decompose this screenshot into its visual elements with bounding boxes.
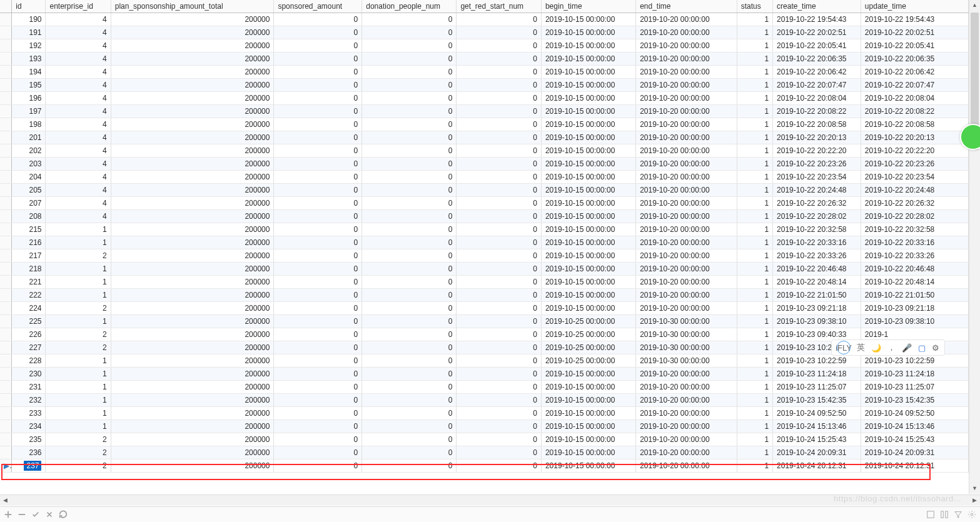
- cell-update_time[interactable]: 2019-10-22 20:23:26: [861, 158, 968, 171]
- row-gutter[interactable]: [0, 79, 12, 92]
- col-plan_sponsorship_amount_total[interactable]: plan_sponsonship_amount_total: [111, 0, 274, 13]
- cell-sponsored_amount[interactable]: 0: [274, 263, 362, 276]
- cell-plan_sponsorship_amount_total[interactable]: 200000: [111, 381, 274, 394]
- cell-sponsored_amount[interactable]: 0: [274, 144, 362, 158]
- row-gutter[interactable]: [0, 381, 12, 394]
- cell-end_time[interactable]: 2019-10-20 00:00:00: [636, 26, 737, 39]
- cell-begin_time[interactable]: 2019-10-15 00:00:00: [541, 158, 635, 171]
- cell-enterprise_id[interactable]: 2: [46, 341, 111, 354]
- cell-enterprise_id[interactable]: 1: [46, 381, 111, 394]
- cell-status[interactable]: 1: [737, 328, 772, 341]
- add-row-icon[interactable]: [4, 510, 13, 519]
- cell-id[interactable]: 193: [12, 53, 46, 66]
- cell-create_time[interactable]: 2019-10-22 20:46:48: [773, 263, 861, 276]
- cell-create_time[interactable]: 2019-10-23 10:22:59: [773, 354, 861, 368]
- cell-donation_people_num[interactable]: 0: [362, 79, 457, 92]
- cell-begin_time[interactable]: 2019-10-15 00:00:00: [541, 210, 635, 223]
- cell-donation_people_num[interactable]: 0: [362, 118, 457, 131]
- cell-enterprise_id[interactable]: 1: [46, 223, 111, 236]
- cell-begin_time[interactable]: 2019-10-15 00:00:00: [541, 184, 635, 197]
- cell-id[interactable]: 196: [12, 92, 46, 105]
- cell-end_time[interactable]: 2019-10-20 00:00:00: [636, 420, 737, 433]
- table-row[interactable]: 23622000000002019-10-15 00:00:002019-10-…: [0, 446, 969, 459]
- cell-end_time[interactable]: 2019-10-20 00:00:00: [636, 53, 737, 66]
- cell-sponsored_amount[interactable]: 0: [274, 381, 362, 394]
- cell-donation_people_num[interactable]: 0: [362, 459, 457, 473]
- cell-donation_people_num[interactable]: 0: [362, 446, 457, 459]
- cell-end_time[interactable]: 2019-10-20 00:00:00: [636, 446, 737, 459]
- cell-end_time[interactable]: 2019-10-20 00:00:00: [636, 276, 737, 289]
- cell-update_time[interactable]: 2019-10-24 15:13:46: [861, 420, 968, 433]
- row-gutter[interactable]: [0, 236, 12, 249]
- cell-sponsored_amount[interactable]: 0: [274, 446, 362, 459]
- cell-status[interactable]: 1: [737, 276, 772, 289]
- cell-end_time[interactable]: 2019-10-20 00:00:00: [636, 236, 737, 249]
- cell-create_time[interactable]: 2019-10-22 21:01:50: [773, 289, 861, 302]
- cell-update_time[interactable]: 2019-10-23 10:22:59: [861, 354, 968, 368]
- commit-icon[interactable]: [31, 510, 40, 519]
- cell-status[interactable]: 1: [737, 144, 772, 158]
- cell-end_time[interactable]: 2019-10-20 00:00:00: [636, 66, 737, 79]
- cell-end_time[interactable]: 2019-10-20 00:00:00: [636, 39, 737, 53]
- cell-plan_sponsorship_amount_total[interactable]: 200000: [111, 131, 274, 144]
- cell-begin_time[interactable]: 2019-10-15 00:00:00: [541, 26, 635, 39]
- cell-donation_people_num[interactable]: 0: [362, 144, 457, 158]
- cell-begin_time[interactable]: 2019-10-15 00:00:00: [541, 276, 635, 289]
- row-gutter[interactable]: [0, 249, 12, 263]
- cell-end_time[interactable]: 2019-10-20 00:00:00: [636, 263, 737, 276]
- cell-update_time[interactable]: 2019-10-22 20:22:20: [861, 144, 968, 158]
- cell-update_time[interactable]: 2019-10-23 09:21:18: [861, 302, 968, 315]
- cell-id[interactable]: 234: [12, 420, 46, 433]
- cell-status[interactable]: 1: [737, 92, 772, 105]
- cell-enterprise_id[interactable]: 4: [46, 53, 111, 66]
- cell-update_time[interactable]: 2019-10-22 20:07:47: [861, 79, 968, 92]
- row-gutter[interactable]: [0, 328, 12, 341]
- cell-id[interactable]: 208: [12, 210, 46, 223]
- cell-end_time[interactable]: 2019-10-20 00:00:00: [636, 433, 737, 446]
- cell-begin_time[interactable]: 2019-10-15 00:00:00: [541, 13, 635, 26]
- row-gutter[interactable]: [0, 184, 12, 197]
- row-gutter[interactable]: [0, 263, 12, 276]
- cell-status[interactable]: 1: [737, 459, 772, 473]
- cell-enterprise_id[interactable]: 4: [46, 171, 111, 184]
- cell-begin_time[interactable]: 2019-10-15 00:00:00: [541, 79, 635, 92]
- cell-get_red_start_num[interactable]: 0: [457, 223, 542, 236]
- cell-get_red_start_num[interactable]: 0: [457, 184, 542, 197]
- cell-update_time[interactable]: 2019-10-23 09:38:10: [861, 315, 968, 328]
- cell-sponsored_amount[interactable]: 0: [274, 236, 362, 249]
- cell-status[interactable]: 1: [737, 184, 772, 197]
- table-row[interactable]: 20842000000002019-10-15 00:00:002019-10-…: [0, 210, 969, 223]
- cell-status[interactable]: 1: [737, 249, 772, 263]
- cell-create_time[interactable]: 2019-10-22 20:33:26: [773, 249, 861, 263]
- cell-get_red_start_num[interactable]: 0: [457, 249, 542, 263]
- cell-begin_time[interactable]: 2019-10-25 00:00:00: [541, 341, 635, 354]
- cell-donation_people_num[interactable]: 0: [362, 433, 457, 446]
- cell-end_time[interactable]: 2019-10-20 00:00:00: [636, 394, 737, 407]
- cell-update_time[interactable]: 2019-10-24 20:09:31: [861, 446, 968, 459]
- cell-get_red_start_num[interactable]: 0: [457, 341, 542, 354]
- cell-get_red_start_num[interactable]: 0: [457, 381, 542, 394]
- cell-create_time[interactable]: 2019-10-24 15:13:46: [773, 420, 861, 433]
- col-donation_people_num[interactable]: donation_people_num: [362, 0, 457, 13]
- cell-enterprise_id[interactable]: 4: [46, 13, 111, 26]
- cell-status[interactable]: 1: [737, 236, 772, 249]
- cell-sponsored_amount[interactable]: 0: [274, 158, 362, 171]
- cell-sponsored_amount[interactable]: 0: [274, 210, 362, 223]
- cell-donation_people_num[interactable]: 0: [362, 66, 457, 79]
- cell-begin_time[interactable]: 2019-10-15 00:00:00: [541, 118, 635, 131]
- cell-create_time[interactable]: 2019-10-22 20:28:02: [773, 210, 861, 223]
- cell-end_time[interactable]: 2019-10-30 00:00:00: [636, 354, 737, 368]
- cell-sponsored_amount[interactable]: 0: [274, 289, 362, 302]
- export-icon[interactable]: [926, 510, 935, 519]
- cell-id[interactable]: 221: [12, 276, 46, 289]
- cell-get_red_start_num[interactable]: 0: [457, 13, 542, 26]
- cell-plan_sponsorship_amount_total[interactable]: 200000: [111, 433, 274, 446]
- cell-begin_time[interactable]: 2019-10-25 00:00:00: [541, 315, 635, 328]
- cell-end_time[interactable]: 2019-10-20 00:00:00: [636, 118, 737, 131]
- table-row[interactable]: ▶23722000000002019-10-15 00:00:002019-10…: [0, 459, 969, 473]
- cell-create_time[interactable]: 2019-10-23 11:24:18: [773, 368, 861, 381]
- cell-begin_time[interactable]: 2019-10-15 00:00:00: [541, 446, 635, 459]
- cell-create_time[interactable]: 2019-10-22 20:08:22: [773, 105, 861, 118]
- cell-plan_sponsorship_amount_total[interactable]: 200000: [111, 13, 274, 26]
- cell-create_time[interactable]: 2019-10-22 20:06:35: [773, 53, 861, 66]
